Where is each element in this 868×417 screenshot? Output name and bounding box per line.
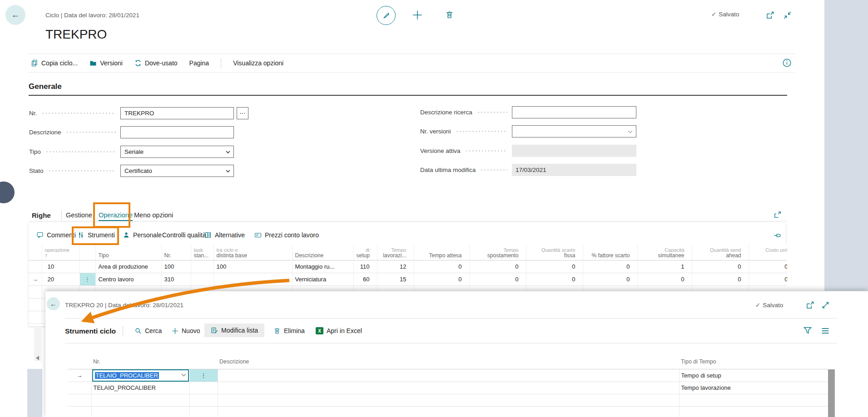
col-tipo-di-tempo[interactable]: Tipo di Tempo: [679, 355, 828, 369]
cell-distinta[interactable]: [213, 273, 292, 285]
cell-fissa[interactable]: 0: [526, 273, 583, 285]
col-descrizione[interactable]: Descrizione: [218, 355, 679, 369]
col-quantita-send-ahead[interactable]: Quantità sendahead: [692, 244, 749, 260]
cell-descrizione[interactable]: [218, 382, 679, 394]
where-used-button[interactable]: Dove-usato: [134, 59, 178, 67]
tab-meno-opzioni[interactable]: Meno opzioni: [134, 211, 173, 219]
copy-routing-button[interactable]: Copia ciclo...: [31, 59, 78, 67]
expand-section-button[interactable]: [774, 211, 782, 219]
pin-button[interactable]: [774, 231, 782, 240]
page-menu-button[interactable]: Pagina: [189, 59, 209, 67]
nuovo-button[interactable]: Nuovo: [172, 327, 200, 334]
cell-spostamento[interactable]: 0: [469, 273, 526, 285]
cell-attesa[interactable]: 0: [414, 273, 469, 285]
filter-button[interactable]: [803, 326, 812, 335]
cell-lavorazione[interactable]: 12: [377, 260, 414, 273]
floating-side-button[interactable]: [0, 182, 15, 203]
cell-spostamento[interactable]: 0: [469, 260, 526, 273]
col-costo-unitario[interactable]: Costo unitarp: [749, 244, 787, 260]
general-section-title[interactable]: Generale: [29, 82, 62, 91]
cell-costo[interactable]: 0,00: [749, 273, 787, 285]
col-tempo-setup[interactable]: disetup: [353, 244, 377, 260]
cell-nr[interactable]: 310: [161, 273, 191, 285]
dialog-vscrollbar[interactable]: [828, 369, 835, 417]
cell-tipo[interactable]: Area di produzione: [95, 260, 161, 273]
cell-fissa[interactable]: 0: [526, 260, 583, 273]
dialog-expand-button[interactable]: [821, 301, 830, 309]
col-nr[interactable]: Nr.: [91, 355, 189, 369]
table-row[interactable]: 10 Area di produzione 100 100 Montaggio …: [29, 260, 787, 273]
back-button[interactable]: ←: [5, 5, 25, 25]
cell-ahead[interactable]: 0: [692, 260, 749, 273]
cell-attesa[interactable]: 0: [414, 260, 469, 273]
row-menu-button[interactable]: ⋮: [79, 273, 95, 285]
cell-simultanee[interactable]: 1: [637, 260, 692, 273]
modifica-lista-button[interactable]: Modifica lista: [204, 324, 264, 337]
col-tempo-attesa[interactable]: Tempo attesa: [414, 244, 469, 260]
cell-fattore[interactable]: 0: [583, 273, 637, 285]
cell-descrizione[interactable]: Montaggio ru...: [292, 260, 353, 273]
dialog-breadcrumb[interactable]: TREKPRO 20 | Data del lavoro: 28/01/2021: [65, 301, 184, 310]
cell-operazione[interactable]: 10: [42, 260, 79, 273]
info-button[interactable]: [782, 58, 792, 68]
dialog-back-button[interactable]: ←: [47, 297, 60, 310]
cell-setup[interactable]: 60: [353, 273, 377, 285]
tools-row-selected[interactable]: → TELAIO_PROCALIBER ⋮ Tempo di setup: [68, 369, 828, 382]
elimina-button[interactable]: Elimina: [273, 327, 305, 334]
delete-button[interactable]: [445, 10, 454, 19]
cell-ahead[interactable]: 0: [692, 273, 749, 285]
edit-button[interactable]: [377, 6, 396, 25]
controlli-qualita-button[interactable]: Controlli qualità: [162, 231, 206, 239]
breadcrumb[interactable]: Ciclo | Data del lavoro: 28/01/2021: [45, 11, 139, 20]
col-tempo-spostamento[interactable]: Tempospostamento: [469, 244, 526, 260]
col-collegamento-distinta[interactable]: tra ciclo edistinta base: [213, 244, 292, 260]
commenti-button[interactable]: Commenti: [36, 231, 76, 239]
col-descrizione[interactable]: Descrizione: [292, 244, 353, 260]
col-capacita-simultanee[interactable]: Capacitàsimultanee: [637, 244, 692, 260]
col-tipo[interactable]: Tipo: [95, 244, 161, 260]
alternative-button[interactable]: Alternative: [204, 231, 245, 239]
tipo-select[interactable]: Seriale: [120, 146, 234, 158]
nr-combobox[interactable]: TELAIO_PROCALIBER: [92, 369, 189, 382]
nr-versioni-combobox[interactable]: [512, 125, 636, 137]
nr-input[interactable]: TREKPRO: [120, 107, 234, 119]
descrizione-input[interactable]: [120, 126, 234, 138]
strumenti-button[interactable]: Strumenti: [77, 231, 115, 239]
cell-descrizione[interactable]: Verniciatura: [292, 273, 353, 285]
righe-section-title[interactable]: Righe: [32, 211, 51, 219]
col-quantita-scarto-fissa[interactable]: Quantità scartofissa: [526, 244, 583, 260]
scroll-left-arrow[interactable]: [36, 356, 39, 360]
col-nr[interactable]: Nr.: [161, 244, 191, 260]
cell-tipo[interactable]: Centro lavoro: [95, 273, 161, 285]
cerca-button[interactable]: Cerca: [134, 327, 162, 334]
cell-descrizione[interactable]: [218, 369, 679, 382]
cell-lavorazione[interactable]: 15: [377, 273, 414, 285]
prezzi-conto-lavoro-button[interactable]: Prezzi conto lavoro: [254, 231, 319, 239]
tools-row[interactable]: TELAIO_PROCALIBER Tempo lavorazione: [68, 382, 828, 394]
collapse-button[interactable]: [783, 11, 792, 20]
row-menu-button[interactable]: ⋮: [189, 369, 218, 382]
tab-operazione[interactable]: Operazione: [99, 211, 133, 221]
cell-task[interactable]: [191, 260, 213, 273]
table-row-selected[interactable]: → 20 ⋮ Centro lavoro 310 Verniciatura 60…: [29, 273, 787, 285]
cell-nr[interactable]: TELAIO_PROCALIBER: [91, 382, 189, 394]
cell-tipo-di-tempo[interactable]: Tempo di setup: [679, 369, 828, 382]
cell-simultanee[interactable]: 0: [637, 273, 692, 285]
col-operazione[interactable]: operazione↑: [42, 244, 79, 260]
col-tempo-lavorazione[interactable]: Tempolavorazi...: [377, 244, 414, 260]
apri-in-excel-button[interactable]: X Apri in Excel: [316, 327, 362, 334]
new-button[interactable]: [412, 10, 422, 20]
nr-assist-edit-button[interactable]: ⋯: [237, 107, 248, 119]
view-options-button[interactable]: Visualizza opzioni: [233, 59, 283, 67]
versions-button[interactable]: Versioni: [89, 59, 123, 67]
chevron-down-icon[interactable]: [181, 373, 186, 377]
descrizione-ricerca-input[interactable]: [512, 106, 636, 118]
personale-button[interactable]: Personale: [123, 231, 162, 239]
tab-gestione[interactable]: Gestione: [66, 211, 92, 219]
dialog-open-in-window-button[interactable]: [806, 301, 814, 309]
cell-distinta[interactable]: 100: [213, 260, 292, 273]
cell-nr[interactable]: 100: [161, 260, 191, 273]
cell-tipo-di-tempo[interactable]: Tempo lavorazione: [679, 382, 828, 394]
cell-fattore[interactable]: 0: [583, 260, 637, 273]
cell-setup[interactable]: 110: [353, 260, 377, 273]
